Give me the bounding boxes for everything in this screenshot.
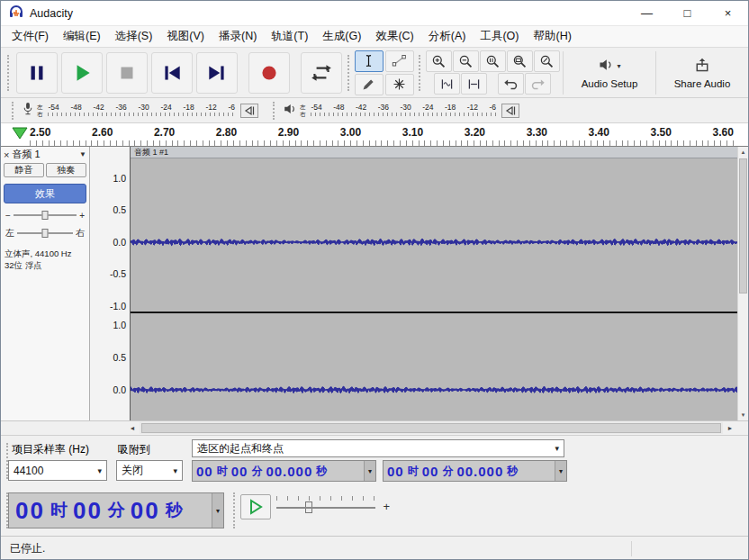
pan-slider-thumb[interactable] <box>42 229 49 238</box>
trim-audio-button[interactable] <box>434 73 460 95</box>
menu-view[interactable]: 视图(V) <box>159 25 212 48</box>
menu-generate[interactable]: 生成(G) <box>315 25 368 48</box>
track-menu-caret-icon[interactable]: ▼ <box>79 150 86 158</box>
scroll-right-button[interactable]: ► <box>723 421 737 435</box>
track-title[interactable]: 音频 1 <box>12 148 77 161</box>
time-digit[interactable]: 00 <box>230 464 249 479</box>
mute-button[interactable]: 静音 <box>4 163 44 177</box>
playback-volume-slider[interactable] <box>501 104 519 118</box>
speed-slider-thumb[interactable] <box>305 501 312 513</box>
zoom-toggle-button[interactable] <box>534 50 560 72</box>
pause-button[interactable] <box>16 52 58 94</box>
zoom-in-button[interactable] <box>426 50 452 72</box>
meter-grip[interactable] <box>273 102 276 120</box>
time-digit[interactable]: 00 <box>130 497 161 525</box>
db-scale-label: -18 <box>183 103 194 112</box>
track-buttons: 静音 独奏 <box>1 162 89 178</box>
time-unit: 分 <box>104 499 130 522</box>
menu-tracks[interactable]: 轨道(T) <box>264 25 315 48</box>
recording-meter[interactable]: 左右 -54 -48 -42 -36 -30 -24 -18 -12 -6 <box>6 99 260 122</box>
menu-help[interactable]: 帮助(H) <box>526 25 578 48</box>
menu-transport[interactable]: 播录(N) <box>212 25 264 48</box>
horizontal-scroll-thumb[interactable] <box>141 423 721 433</box>
gain-slider-track[interactable] <box>14 210 77 221</box>
audio-position-field[interactable]: 00 时 00 分 00 秒 ▾ <box>8 492 224 528</box>
vertical-scroll-thumb[interactable] <box>739 158 747 294</box>
skip-to-start-button[interactable] <box>151 52 193 94</box>
scroll-down-button[interactable]: ▼ <box>738 410 748 420</box>
timeline-ruler[interactable]: 2.50 2.60 2.70 2.80 2.90 3.00 3.10 3.20 … <box>1 123 748 147</box>
play-button[interactable] <box>61 52 103 94</box>
playback-meter[interactable]: 左右 -54 -48 -42 -36 -30 -24 -18 -12 -6 <box>267 99 521 122</box>
fit-project-button[interactable] <box>507 50 533 72</box>
status-bar: 已停止. <box>1 536 748 560</box>
menu-edit[interactable]: 编辑(E) <box>56 25 108 48</box>
zoom-to-selection-button[interactable] <box>480 50 506 72</box>
recording-volume-slider[interactable] <box>240 104 258 118</box>
selection-tool-button[interactable] <box>355 50 384 72</box>
menu-select[interactable]: 选择(S) <box>108 25 160 48</box>
time-digit[interactable]: 00.000 <box>456 464 504 479</box>
solo-button[interactable]: 独奏 <box>46 163 86 177</box>
chevron-down-icon: ▾ <box>555 444 559 453</box>
tools-toolbar-grip[interactable] <box>347 55 351 91</box>
redo-button[interactable] <box>525 73 551 95</box>
multi-tool-button[interactable] <box>385 74 414 95</box>
maximize-button[interactable]: □ <box>667 1 708 25</box>
play-at-speed-button[interactable] <box>240 494 271 519</box>
time-digit[interactable]: 00 <box>421 464 440 479</box>
close-button[interactable]: × <box>708 1 748 25</box>
time-digit[interactable]: 00 <box>14 497 46 525</box>
pan-slider-track[interactable] <box>17 228 73 239</box>
time-digit[interactable]: 00 <box>72 497 104 525</box>
edit-toolbar-grip[interactable] <box>419 55 422 91</box>
silence-audio-button[interactable] <box>461 73 487 95</box>
chevron-down-icon[interactable]: ▾ <box>364 461 375 481</box>
horizontal-scroll-track[interactable] <box>140 422 723 434</box>
time-digit[interactable]: 00 <box>195 464 214 479</box>
play-speed-toolbar-grip[interactable] <box>233 492 237 528</box>
selection-mode-dropdown[interactable]: 选区的起点和终点 ▾ <box>192 439 564 457</box>
chevron-down-icon[interactable]: ▾ <box>212 493 223 528</box>
vertical-scrollbar[interactable]: ▲ ▼ <box>737 147 748 420</box>
track-close-button[interactable]: × <box>4 149 9 160</box>
menu-effect[interactable]: 效果(C) <box>368 25 420 48</box>
chevron-down-icon[interactable]: ▾ <box>555 461 566 481</box>
pan-slider[interactable]: 左 右 <box>1 221 89 239</box>
record-button[interactable] <box>248 52 290 94</box>
envelope-tool-button[interactable] <box>385 50 414 72</box>
vertical-scale-ruler[interactable]: 1.0 0.5 0.0 -0.5 -1.0 1.0 0.5 0.0 <box>90 147 131 420</box>
time-digit[interactable]: 00.000 <box>265 464 313 479</box>
loop-button[interactable] <box>301 52 342 94</box>
undo-button[interactable] <box>498 73 524 95</box>
gain-slider-thumb[interactable] <box>42 211 49 220</box>
menu-analyze[interactable]: 分析(A) <box>421 25 474 48</box>
skip-to-end-button[interactable] <box>196 52 238 94</box>
transport-toolbar-grip[interactable] <box>7 55 11 91</box>
playback-speed-slider[interactable]: + <box>275 494 392 519</box>
waveform-display[interactable]: 音频 1 #1 <box>131 147 739 420</box>
horizontal-scrollbar[interactable]: ◄ ► <box>1 420 748 435</box>
gain-slider[interactable]: − + <box>1 203 89 221</box>
meter-grip[interactable] <box>12 102 15 120</box>
share-audio-button[interactable]: Share Audio <box>659 50 745 95</box>
project-rate-dropdown[interactable]: 44100 ▾ <box>8 460 107 481</box>
effects-button[interactable]: 效果 <box>4 184 86 203</box>
db-scale-label: -30 <box>138 103 149 112</box>
menu-tools[interactable]: 工具(O) <box>473 25 526 48</box>
selection-start-field[interactable]: 00 时 00 分 00.000 秒 ▾ <box>192 460 376 482</box>
scroll-up-button[interactable]: ▲ <box>738 147 748 158</box>
snap-dropdown[interactable]: 关闭 ▾ <box>116 460 183 481</box>
menu-file[interactable]: 文件(F) <box>5 25 56 48</box>
pinned-playhead-icon[interactable] <box>12 127 28 142</box>
time-digit[interactable]: 00 <box>386 464 405 479</box>
audio-setup-button[interactable]: ▾ Audio Setup <box>566 50 653 95</box>
draw-tool-button[interactable] <box>355 74 384 95</box>
zoom-out-button[interactable] <box>453 50 479 72</box>
stop-button[interactable] <box>106 52 148 94</box>
clip-title-bar[interactable]: 音频 1 #1 <box>131 147 739 158</box>
selection-end-field[interactable]: 00 时 00 分 00.000 秒 ▾ <box>383 460 567 482</box>
minimize-button[interactable]: — <box>627 1 667 25</box>
scroll-left-button[interactable]: ◄ <box>125 421 140 435</box>
timeline-time-label: 3.40 <box>589 126 609 139</box>
